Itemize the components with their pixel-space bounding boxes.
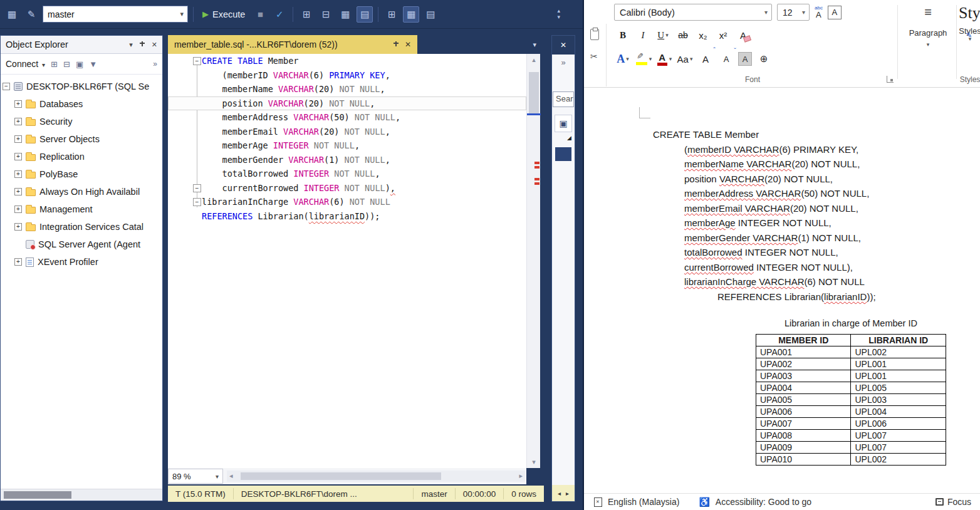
table-cell[interactable]: UPA003 <box>756 370 851 382</box>
close-icon[interactable]: ✕ <box>405 40 411 49</box>
overflow-chevrons-icon[interactable]: » <box>153 60 157 68</box>
overflow-chevrons-icon[interactable]: » <box>561 55 565 70</box>
table-cell[interactable]: UPL001 <box>851 358 946 370</box>
table-cell[interactable]: UPL005 <box>851 382 946 394</box>
new-window-icon[interactable]: ⊞ <box>383 6 400 23</box>
superscript-button[interactable]: x² <box>714 26 732 44</box>
disconnect-icon[interactable]: ⊞ <box>51 60 58 69</box>
estimated-plan-icon[interactable]: ⊞ <box>298 6 315 23</box>
strikethrough-button[interactable]: ab <box>674 26 692 44</box>
editor-vertical-scrollbar[interactable]: ▴ ▾ <box>526 54 540 468</box>
doc-line[interactable]: memberAddress VARCHAR(50) NOT NULL, <box>684 186 876 201</box>
scroll-right-icon[interactable]: ▸ <box>519 472 523 480</box>
editor-horizontal-scrollbar[interactable]: ◂ ▸ <box>227 471 525 482</box>
scrollbar-thumb[interactable] <box>529 72 539 113</box>
pin-icon[interactable] <box>393 41 399 49</box>
fold-toggle-icon[interactable]: − <box>193 184 201 192</box>
accessibility-status[interactable]: Accessibility: Good to go <box>716 497 811 507</box>
table-cell[interactable]: UPA010 <box>756 454 851 466</box>
code-line[interactable]: memberName VARCHAR(20) NOT NULL, <box>168 82 526 96</box>
expand-icon[interactable]: + <box>14 170 22 178</box>
results-to-grid-icon[interactable]: ▦ <box>337 6 353 23</box>
tree-item-sql-server-agent-agent[interactable]: SQL Server Agent (Agent <box>1 236 162 253</box>
table-cell[interactable]: UPL002 <box>851 454 946 466</box>
shrink-font-icon[interactable]: A <box>717 50 735 68</box>
filter-icon[interactable]: ▼ <box>89 60 97 69</box>
text-effects-button[interactable]: A ▾ <box>614 50 632 68</box>
table-cell[interactable]: UPL002 <box>851 346 946 358</box>
focus-button[interactable]: Focus <box>936 497 971 507</box>
keyboard-icon[interactable]: ▦ <box>4 6 20 23</box>
scroll-right-icon[interactable]: ▸ <box>566 490 569 497</box>
change-case-button[interactable]: Aa ▾ <box>676 50 694 68</box>
tree-item-server-objects[interactable]: +Server Objects <box>1 130 162 148</box>
styles-menu-button[interactable]: Styles Styles ▾ <box>959 0 980 42</box>
table-cell[interactable]: UPL006 <box>851 418 946 430</box>
doc-line[interactable]: position VARCHAR(20) NOT NULL, <box>684 172 876 187</box>
code-line[interactable]: − currentBorrowed INTEGER NOT NULL), <box>168 181 526 195</box>
code-line[interactable]: memberEmail VARCHAR(20) NOT NULL, <box>168 125 526 139</box>
expand-icon[interactable]: + <box>14 188 22 195</box>
paragraph-menu-button[interactable]: ≡ Paragraph ▾ <box>900 0 956 48</box>
window-menu-chevron-icon[interactable]: ▾ <box>129 41 133 49</box>
tab-member-table-sql[interactable]: member_table.sql -...KLR6FT\dorem (52)) … <box>168 35 417 54</box>
doc-line[interactable]: memberGender VARCHAR(1) NOT NULL, <box>684 231 876 246</box>
cut-scissors-icon[interactable]: ✂ <box>590 51 598 61</box>
bold-button[interactable]: B <box>614 26 632 44</box>
expand-icon[interactable]: + <box>14 100 22 108</box>
expand-icon[interactable]: + <box>14 258 22 266</box>
grow-font-icon[interactable]: A <box>697 50 714 68</box>
tree-item-security[interactable]: +Security <box>1 113 162 130</box>
doc-line[interactable]: CREATE TABLE Member <box>653 127 876 142</box>
code-line[interactable]: memberAddress VARCHAR(50) NOT NULL, <box>168 110 526 125</box>
expand-icon[interactable]: + <box>14 206 22 213</box>
fold-toggle-icon[interactable]: − <box>193 198 201 206</box>
code-line[interactable]: memberAge INTEGER NOT NULL, <box>168 138 526 153</box>
table-cell[interactable]: UPA008 <box>756 430 851 442</box>
table-cell[interactable]: UPA006 <box>756 406 851 418</box>
table-cell[interactable]: UPL007 <box>851 442 946 454</box>
table-cell[interactable]: UPA007 <box>756 418 851 430</box>
zoom-control[interactable]: 89 % ▾ <box>168 469 223 484</box>
table-header-cell[interactable]: MEMBER ID <box>756 335 851 346</box>
paste-clipboard-icon[interactable] <box>590 29 599 40</box>
tree-item-databases[interactable]: +Databases <box>1 95 162 113</box>
tab-list-chevron-icon[interactable]: ▾ <box>533 41 544 49</box>
tree-item-xevent-profiler[interactable]: +XEvent Profiler <box>1 253 162 271</box>
toolbar-overflow[interactable]: ▴ ▾ <box>557 8 579 21</box>
font-name-combo[interactable]: Calibri (Body) ▾ <box>614 4 772 21</box>
code-line[interactable]: (memberID VARCHAR(6) PRIMARY KEY, <box>168 68 526 83</box>
table-cell[interactable]: UPA002 <box>756 358 851 370</box>
scroll-left-icon[interactable]: ◂ <box>558 490 561 497</box>
tree-item-polybase[interactable]: +PolyBase <box>1 165 162 183</box>
tree-item-always-on-high-availabil[interactable]: +Always On High Availabil <box>1 183 162 200</box>
doc-line[interactable]: currentBorrowed INTEGER NOT NULL), <box>684 260 876 275</box>
table-cell[interactable]: UPA005 <box>756 394 851 406</box>
table-cell[interactable]: UPL001 <box>851 370 946 382</box>
object-icon[interactable]: ▣ <box>555 115 572 132</box>
expand-icon[interactable]: + <box>14 118 22 125</box>
doc-line[interactable]: memberName VARCHAR(20) NOT NULL, <box>684 157 876 172</box>
connect-button[interactable]: Connect ▾ <box>6 59 45 69</box>
character-border-icon[interactable]: A <box>828 6 842 19</box>
doc-line[interactable]: REFERENCES Librarian(librarianID)); <box>717 289 876 304</box>
table-cell[interactable]: UPA004 <box>756 382 851 394</box>
table-header-cell[interactable]: LIBRARIAN ID <box>851 335 946 346</box>
split-window-icon[interactable]: ▤ <box>422 6 439 23</box>
font-color-button[interactable]: A ▾ <box>655 50 673 68</box>
code-line[interactable]: REFERENCES Librarian(librarianID)); <box>168 209 526 224</box>
tree-item-integration-services-catal[interactable]: +Integration Services Catal <box>1 218 162 236</box>
results-pane-icon[interactable]: ▦ <box>403 6 419 23</box>
database-combo[interactable]: master ▾ <box>43 6 188 23</box>
clear-formatting-icon[interactable]: A <box>734 26 752 44</box>
scroll-up-icon[interactable]: ▴ <box>527 56 541 64</box>
table-cell[interactable]: UPL004 <box>851 406 946 418</box>
tree-item-replication[interactable]: +Replication <box>1 148 162 165</box>
expand-icon[interactable]: + <box>14 135 22 143</box>
scrollbar-thumb[interactable] <box>4 491 71 499</box>
scroll-down-icon[interactable]: ▾ <box>527 458 541 466</box>
table-cell[interactable]: UPA001 <box>756 346 851 358</box>
code-line[interactable]: memberGender VARCHAR(1) NOT NULL, <box>168 153 526 167</box>
proofing-status-icon[interactable] <box>594 497 602 507</box>
table-cell[interactable]: UPA009 <box>756 442 851 454</box>
